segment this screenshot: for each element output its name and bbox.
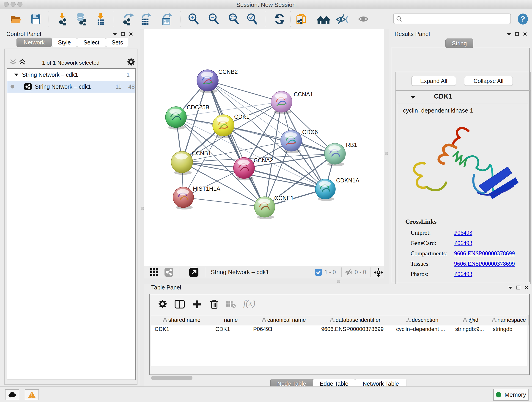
panel-close-icon[interactable] (129, 32, 133, 36)
section-expander-icon[interactable] (411, 96, 415, 99)
table-cell[interactable]: cyclin–dependent ... (393, 324, 452, 333)
gear-icon (158, 299, 167, 308)
crosshair-move-icon (374, 267, 384, 277)
network-node[interactable] (173, 187, 194, 210)
network-edge[interactable] (223, 125, 335, 154)
selected-count: 1 - 0 (324, 269, 336, 275)
zoom-in-button[interactable] (186, 12, 200, 26)
panel-float-icon[interactable] (507, 33, 511, 36)
panel-maximize-icon[interactable] (121, 32, 125, 36)
crosslink-link[interactable]: P06493 (454, 271, 472, 278)
open-folder-icon (10, 13, 22, 25)
zoom-fit-button[interactable] (227, 12, 241, 26)
network-node[interactable] (315, 179, 336, 201)
network-node[interactable] (271, 91, 292, 114)
warnings-button[interactable] (25, 389, 39, 400)
delete-column-button[interactable] (210, 299, 219, 310)
share-view-icon (165, 268, 173, 277)
tab-network[interactable]: Network (17, 38, 52, 47)
collapse-all-button[interactable]: Collapse All (464, 76, 513, 86)
network-edge[interactable] (208, 80, 282, 102)
panel-float-icon[interactable] (113, 33, 117, 36)
table-cell[interactable]: 9606.ENSP00000378699 (318, 324, 393, 333)
tab-sets[interactable]: Sets (106, 38, 128, 47)
panel-close-icon[interactable] (525, 286, 528, 289)
network-edge[interactable] (183, 197, 265, 207)
network-node[interactable] (213, 115, 234, 138)
collection-name: String Network – cdk1 (22, 71, 78, 78)
export-table-button[interactable] (139, 12, 152, 26)
tab-string[interactable]: String (445, 38, 473, 48)
add-column-button[interactable] (192, 300, 202, 310)
selected-checkbox[interactable] (315, 269, 322, 277)
network-node[interactable] (281, 130, 302, 153)
panel-maximize-icon[interactable] (516, 286, 520, 289)
cloud-status-button[interactable] (5, 389, 19, 400)
export-image-icon (160, 13, 173, 26)
table-cell[interactable]: stringdb (489, 324, 528, 333)
refresh-view-button[interactable] (273, 12, 286, 26)
network-view-mode-button[interactable] (165, 268, 173, 278)
main-toolbar: ? (0, 9, 532, 30)
network-collection-row[interactable]: String Network – cdk1 1 (7, 69, 135, 81)
table-cell[interactable]: P06493 (250, 324, 318, 333)
panel-float-icon[interactable] (508, 286, 512, 289)
export-image-button[interactable] (160, 12, 174, 26)
network-node[interactable] (165, 107, 186, 129)
hidden-toggle[interactable] (345, 269, 353, 277)
expand-all-button[interactable]: Expand All (412, 76, 456, 86)
grid-view-button[interactable] (150, 268, 158, 277)
network-node[interactable] (234, 157, 254, 180)
toolbar-separator (370, 268, 370, 277)
network-node[interactable] (254, 197, 275, 219)
memory-button[interactable]: Memory (493, 389, 529, 401)
crosslink-link[interactable]: P06493 (454, 230, 472, 236)
pan-tool-button[interactable] (374, 267, 384, 278)
panel-maximize-icon[interactable] (515, 32, 519, 36)
show-columns-button[interactable] (175, 300, 185, 309)
network-graph[interactable]: CCNB2CCNA1CDC25BCDK1CDC6RB1CCNB1CCNA2CDK… (144, 29, 384, 266)
table-horizontal-scrollbar[interactable] (151, 376, 192, 380)
open-session-button[interactable] (9, 12, 22, 26)
table-cell[interactable]: CDK1 (151, 324, 212, 333)
splitter-grip[interactable] (337, 280, 340, 283)
hide-graphics-details-button[interactable] (335, 12, 349, 26)
crosslink-label: Uniprot: (411, 230, 431, 236)
crosslink-link[interactable]: 9606.ENSP00000378699 (454, 260, 515, 267)
show-all-networks-button[interactable] (317, 12, 330, 26)
import-table-button[interactable] (94, 12, 108, 26)
crosslink-link[interactable]: 9606.ENSP00000378699 (454, 250, 515, 257)
splitter-grip[interactable] (385, 152, 388, 155)
clone-network-button[interactable] (295, 12, 308, 26)
tab-select[interactable]: Select (77, 38, 106, 47)
crosslink-label: Pharos: (411, 271, 428, 278)
import-network-file-button[interactable] (56, 12, 69, 26)
zoom-selected-button[interactable] (245, 12, 259, 26)
tree-expander-icon[interactable] (14, 73, 18, 76)
export-network-button[interactable] (121, 12, 135, 26)
network-view-canvas[interactable]: CCNB2CCNA1CDC25BCDK1CDC6RB1CCNB1CCNA2CDK… (144, 29, 384, 266)
panel-close-icon[interactable] (523, 32, 527, 36)
crosslinks-list: Uniprot:P06493GeneCard:P06493Compartment… (398, 230, 528, 281)
network-row-selected[interactable]: String Network – cdk1 11 48 (7, 81, 135, 93)
tab-style[interactable]: Style (52, 38, 77, 47)
splitter-right[interactable] (384, 29, 389, 284)
network-panel-gear-button[interactable] (127, 58, 135, 67)
table-cell[interactable]: CDK1 (212, 324, 250, 333)
help-button[interactable]: ? (516, 12, 530, 26)
save-session-button[interactable] (29, 12, 43, 26)
zoom-out-button[interactable] (207, 12, 220, 26)
network-node[interactable] (324, 143, 346, 166)
network-node[interactable] (171, 151, 193, 175)
search-input[interactable] (404, 14, 508, 23)
splitter-left[interactable] (140, 29, 144, 386)
table-settings-button[interactable] (158, 299, 167, 309)
table-cell[interactable]: stringdb:9... (452, 324, 489, 333)
crosslink-link[interactable]: P06493 (454, 240, 472, 247)
splitter-grip[interactable] (141, 207, 144, 210)
detach-view-button[interactable] (189, 268, 198, 278)
import-network-from-database-button[interactable] (75, 12, 89, 26)
show-graphics-details-button[interactable] (356, 12, 370, 26)
results-buttons-box: Expand All Collapse All (395, 72, 531, 90)
status-bar: Memory (0, 386, 532, 402)
